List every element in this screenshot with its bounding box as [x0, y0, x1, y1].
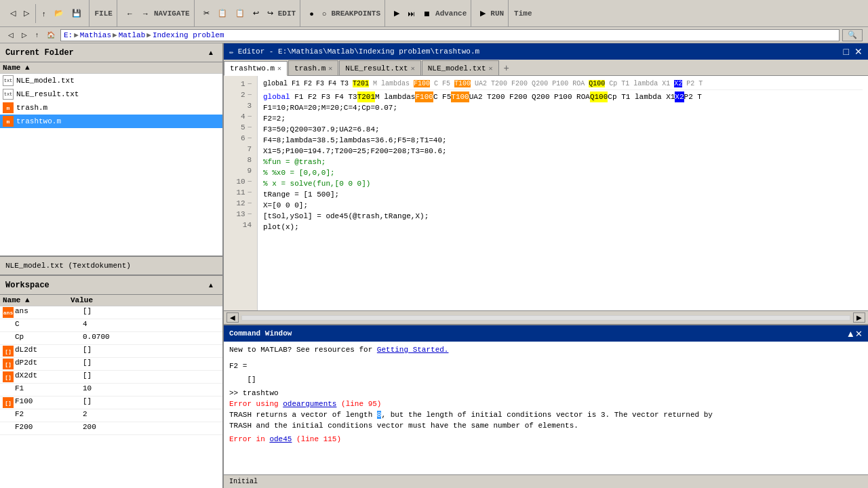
cmd-ode45-link[interactable]: ode45	[269, 435, 292, 443]
tab-nle-model[interactable]: NLE_model.txt ✕	[422, 60, 499, 75]
tab-close-trash[interactable]: ✕	[328, 64, 332, 73]
cmd-intro-text: New to MATLAB? See resources for	[229, 346, 377, 354]
undo-button[interactable]: ↩	[250, 7, 262, 20]
ws-name-dx2dt: dX2dt	[15, 371, 83, 382]
ws-row-ans[interactable]: ans ans []	[0, 306, 222, 319]
line-num-9: 9	[226, 165, 252, 176]
file-name-nle-result: NLE_result.txt	[16, 90, 79, 98]
editor-close-button[interactable]: ✕	[854, 46, 863, 57]
file-row-trashtwo[interactable]: m trashtwo.m	[0, 115, 222, 128]
line-num-8: 8	[226, 155, 252, 165]
file-row-trash[interactable]: m trash.m	[0, 101, 222, 115]
breadcrumb-mathias[interactable]: Mathias	[80, 31, 111, 39]
cmd-f2-label: F2 =	[229, 361, 863, 371]
code-line-6[interactable]: X1=5;P100=194.7;T200=25;F200=208;T3=80.6…	[263, 146, 863, 157]
code-line-13[interactable]: plot(x);	[263, 222, 863, 232]
cmd-error-line-1: Error using odearguments (line 95)	[229, 399, 863, 409]
breadcrumb-e-drive[interactable]: E:	[64, 31, 73, 39]
stop-button[interactable]: ⏹	[420, 7, 434, 20]
cmd-odearguments-link[interactable]: odearguments	[283, 400, 336, 408]
file-row-nle-model[interactable]: txt NLE_model.txt	[0, 74, 222, 87]
tab-close-trashtwo[interactable]: ✕	[277, 64, 281, 73]
breakpoint-clear-button[interactable]: ○	[319, 7, 330, 20]
step-into-button[interactable]: ⏭	[404, 7, 418, 20]
breadcrumb-search-button[interactable]: 🔍	[842, 29, 863, 41]
cmd-spacer	[229, 355, 863, 361]
forward-button[interactable]: ▷	[20, 7, 33, 20]
nav-back-button[interactable]: ←	[123, 7, 137, 20]
cmd-maximize-button[interactable]: ▲	[846, 329, 855, 339]
ws-row-f200[interactable]: F200 200	[0, 422, 222, 435]
step-button[interactable]: ▶	[391, 7, 403, 20]
code-line-8[interactable]: % %x0 = [0,0,0];	[263, 167, 863, 178]
copy-button[interactable]: 📋	[214, 7, 231, 20]
code-area[interactable]: global F1 F2 F3 F4 T3 T201 M lambdas F10…	[258, 76, 868, 310]
code-line-1[interactable]: global F1 F2 F3 F4 T3 T201 M lambdas F10…	[263, 92, 863, 102]
tab-close-nle-result[interactable]: ✕	[411, 64, 415, 73]
breadcrumb-back-button[interactable]: ◁	[5, 30, 16, 40]
tab-nle-result[interactable]: NLE_result.txt ✕	[339, 60, 420, 75]
ws-value-dp2dt: []	[83, 359, 220, 369]
code-line-4[interactable]: F3=50;Q200=307.9;UA2=6.84;	[263, 124, 863, 135]
code-line-10[interactable]: tRange = [1 500];	[263, 189, 863, 200]
navigate-label: NAVIGATE	[154, 9, 190, 18]
cmd-prompt-line[interactable]: >> trashtwo	[229, 388, 863, 399]
toolbar-section-time: Time	[510, 0, 536, 26]
workspace-collapse-button[interactable]: ▲	[205, 280, 217, 290]
cmd-content[interactable]: New to MATLAB? See resources for Getting…	[224, 342, 868, 474]
code-line-2[interactable]: F1=10;ROA=20;M=20;C=4;Cp=0.07;	[263, 102, 863, 113]
code-line-7[interactable]: %fun = @trash;	[263, 157, 863, 167]
code-line-11[interactable]: X=[0 0 0];	[263, 200, 863, 211]
ws-row-f100[interactable]: [] F100 []	[0, 396, 222, 409]
tab-trash[interactable]: trash.m ✕	[288, 60, 338, 75]
scroll-right-button[interactable]: ▶	[853, 312, 865, 323]
editor-maximize-button[interactable]: □	[844, 46, 849, 57]
cmd-error-line-2: Error in ode45 (line 115)	[229, 434, 863, 445]
cmd-close-button[interactable]: ✕	[855, 329, 863, 339]
nav-forward-button[interactable]: →	[138, 7, 153, 20]
ws-row-cp[interactable]: Cp 0.0700	[0, 332, 222, 345]
ws-name-c: C	[15, 320, 83, 331]
breadcrumb-up-button[interactable]: ↑	[33, 30, 41, 40]
line-num-14: 14	[226, 220, 252, 230]
code-line-5[interactable]: F4=8;lambda=38.5;lambdas=36.6;F5=8;T1=40…	[263, 135, 863, 146]
ws-name-f200: F200	[15, 423, 83, 434]
breadcrumb-home-button[interactable]: 🏠	[44, 30, 58, 40]
ws-row-dp2dt[interactable]: [] dP2dt []	[0, 358, 222, 371]
redo-button[interactable]: ↪	[264, 7, 277, 20]
horizontal-scrollbar[interactable]	[241, 315, 850, 321]
file-explorer[interactable]: Name ▲ txt NLE_model.txt txt NLE_result.…	[0, 62, 222, 257]
save-button[interactable]: 💾	[68, 7, 85, 20]
code-line-14[interactable]	[263, 232, 863, 243]
back-button[interactable]: ◁	[7, 7, 19, 20]
tab-add-button[interactable]: +	[500, 62, 513, 75]
ws-row-dl2dt[interactable]: [] dL2dt []	[0, 345, 222, 358]
editor-title: Editor - E:\Mathias\Matlab\Indexing prob…	[238, 47, 479, 56]
cut-button[interactable]: ✂	[200, 7, 213, 20]
run-button[interactable]: ▶	[477, 7, 489, 20]
code-line-12[interactable]: [tSol,ySol] = ode45(@trash,tRange,X);	[263, 211, 863, 222]
code-line-9[interactable]: % x = solve(fun,[0 0 0])	[263, 178, 863, 189]
up-button[interactable]: ↑	[39, 7, 50, 20]
folder-button[interactable]: 📂	[51, 7, 67, 20]
editor-content: 1— 2— 3 4— 5— 6— 7 8 9 10— 11— 12— 13— 1…	[224, 76, 868, 310]
scroll-left-button[interactable]: ◀	[226, 312, 239, 323]
code-line-3[interactable]: F2=2;	[263, 113, 863, 124]
ws-row-f2[interactable]: F2 2	[0, 409, 222, 422]
breadcrumb-matlab[interactable]: Matlab	[119, 31, 146, 39]
breadcrumb-forward-button[interactable]: ▷	[19, 30, 30, 40]
breadcrumb-path[interactable]: E: ▶ Mathias ▶ Matlab ▶ Indexing problem	[60, 29, 840, 41]
breadcrumb-indexing-problem[interactable]: Indexing problem	[153, 31, 224, 39]
tab-trashtwo[interactable]: trashtwo.m ✕	[224, 61, 288, 76]
paste-button[interactable]: 📋	[232, 7, 248, 20]
tab-close-nle-model[interactable]: ✕	[489, 64, 493, 73]
breakpoint-set-button[interactable]: ●	[306, 7, 317, 20]
ws-row-c[interactable]: C 4	[0, 319, 222, 332]
ws-row-dx2dt[interactable]: [] dX2dt []	[0, 371, 222, 384]
cmd-getting-started-link[interactable]: Getting Started.	[377, 346, 449, 354]
ws-icon-dx2dt: []	[3, 371, 14, 382]
ws-value-cp: 0.0700	[83, 333, 220, 344]
file-row-nle-result[interactable]: txt NLE_result.txt	[0, 87, 222, 101]
current-folder-collapse-button[interactable]: ▲	[205, 47, 217, 58]
ws-row-f1[interactable]: F1 10	[0, 384, 222, 396]
